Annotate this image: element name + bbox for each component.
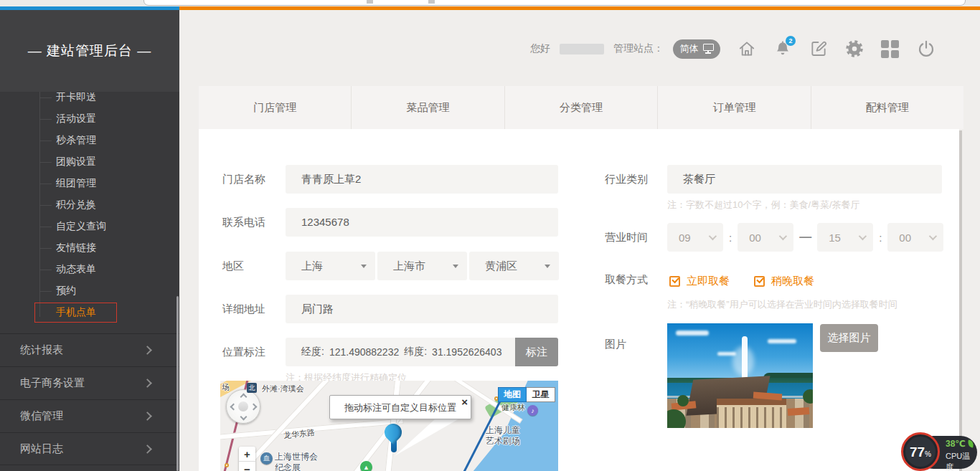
main-scrollbar-thumb[interactable] xyxy=(959,130,962,471)
map-label-fragment: 场 xyxy=(222,382,230,393)
tab-ingredient-manage[interactable]: 配料管理 xyxy=(811,86,963,129)
choose-image-button[interactable]: 选择图片 xyxy=(820,324,878,352)
phone-input[interactable]: 12345678 xyxy=(286,208,558,237)
pan-center-knob[interactable] xyxy=(238,401,248,411)
industry-input[interactable]: 茶餐厅 xyxy=(667,165,942,194)
map-type-map-button[interactable]: 地图 xyxy=(498,387,527,402)
main-panel: 门店名称 青青原上草2 联系电话 12345678 地区 上海 上海市 黄浦区 … xyxy=(199,129,959,471)
notification-badge: 2 xyxy=(786,36,796,46)
sidebar-sections: 统计报表 电子商务设置 微信管理 网站日志 xyxy=(0,333,179,465)
time-colon: : xyxy=(879,232,882,244)
tab-store-manage[interactable]: 门店管理 xyxy=(199,86,351,129)
map-tooltip: 拖动标注可自定义目标位置 × xyxy=(329,395,471,419)
map-label-theater-2: 艺术剧场 xyxy=(486,435,520,447)
tab-order-manage[interactable]: 订单管理 xyxy=(657,86,810,129)
pan-up-arrow[interactable] xyxy=(240,394,248,401)
map-widget[interactable]: 场 外滩·湾璞会 龙华东路 健康林 上海儿童 艺术剧场 上海世博会 纪念展 血 … xyxy=(220,381,558,471)
pan-left-arrow[interactable] xyxy=(230,404,237,411)
pickup-option-later[interactable]: 稍晚取餐 xyxy=(754,275,814,288)
poi-dot xyxy=(225,463,229,467)
username-redacted xyxy=(560,44,604,54)
power-icon[interactable] xyxy=(917,39,936,58)
museum-poi-icon[interactable]: 血 xyxy=(260,452,273,465)
map-type-toggle: 地图 卫星 xyxy=(498,387,555,402)
home-icon[interactable] xyxy=(738,39,756,58)
sidebar-section-wechat[interactable]: 微信管理 xyxy=(0,399,179,432)
lng-label: 经度: xyxy=(301,346,324,358)
sidebar-item-points-exchange[interactable]: 积分兑换 xyxy=(0,194,179,216)
checkbox-checked-icon[interactable] xyxy=(754,276,765,287)
tooltip-pointer xyxy=(395,419,461,456)
image-label: 图片 xyxy=(605,330,626,358)
pan-right-arrow[interactable] xyxy=(250,404,258,411)
chevron-right-icon xyxy=(143,379,152,388)
pickup-options-row: 立即取餐 稍晚取餐 xyxy=(669,275,814,288)
province-select[interactable]: 上海 xyxy=(286,252,375,280)
sidebar-item-friend-links[interactable]: 友情链接 xyxy=(0,237,179,259)
map-type-satellite-button[interactable]: 卫星 xyxy=(527,387,555,402)
checkbox-checked-icon[interactable] xyxy=(669,276,680,287)
manage-site-label: 管理站点： xyxy=(613,42,664,55)
sidebar-section-statistics[interactable]: 统计报表 xyxy=(0,333,179,366)
city-select[interactable]: 上海市 xyxy=(377,252,467,280)
pan-down-arrow[interactable] xyxy=(240,414,248,421)
leaf-icon xyxy=(967,439,974,447)
bell-icon[interactable]: 2 xyxy=(773,39,792,58)
monitor-icon xyxy=(703,44,714,54)
sidebar-item-dynamic-form[interactable]: 动态表单 xyxy=(0,259,179,280)
map-pan-control[interactable] xyxy=(226,389,260,424)
caret-down-icon xyxy=(453,265,458,268)
gear-icon[interactable] xyxy=(845,39,864,58)
close-icon[interactable]: × xyxy=(461,396,468,408)
chevron-down-icon xyxy=(779,232,787,240)
region-label: 地区 xyxy=(222,252,244,280)
location-label: 位置标注 xyxy=(222,338,265,366)
sidebar-section-sitelog[interactable]: 网站日志 xyxy=(0,432,179,465)
sidebar-item-custom-query[interactable]: 自定义查询 xyxy=(0,216,179,237)
industry-note: 注：字数不超过10个字，例：美食/粤菜/茶餐厅 xyxy=(667,199,860,211)
close-minute-select[interactable]: 00 xyxy=(887,223,943,252)
greeting-text: 您好 xyxy=(530,42,550,55)
chevron-right-icon xyxy=(143,411,152,421)
district-select[interactable]: 黄浦区 xyxy=(469,252,559,280)
browser-address-bar-bottom xyxy=(143,0,966,6)
music-poi-icon[interactable]: ♪ xyxy=(527,405,538,416)
sidebar-item-activity-settings[interactable]: 活动设置 xyxy=(0,108,179,130)
apps-grid-icon[interactable] xyxy=(881,39,900,58)
map-tooltip-text: 拖动标注可自定义目标位置 xyxy=(330,401,471,414)
tab-dish-manage[interactable]: 菜品管理 xyxy=(351,86,504,129)
cpu-temp-widget[interactable]: 77% 38℃ CPU温度 xyxy=(901,432,977,471)
sidebar-item-card-gift[interactable]: 开卡即送 xyxy=(0,92,179,108)
mark-location-button[interactable]: 标注 xyxy=(515,338,558,366)
sidebar-item-reservation[interactable]: 预约 xyxy=(0,280,179,302)
sidebar-item-flashsale[interactable]: 秒杀管理 xyxy=(0,130,179,151)
map-label-road: 龙华东路 xyxy=(283,427,315,442)
map-label-park: 健康林 xyxy=(501,402,525,413)
edit-icon[interactable] xyxy=(809,39,828,58)
language-pill-button[interactable]: 简体 xyxy=(673,39,720,59)
sidebar: — 建站管理后台 — 开卡即送 活动设置 秒杀管理 团购设置 组团管理 积分兑换… xyxy=(0,10,179,471)
sidebar-scrollbar-thumb[interactable] xyxy=(176,296,179,471)
zoom-in-button[interactable]: + xyxy=(239,447,255,462)
sidebar-section-ecommerce[interactable]: 电子商务设置 xyxy=(0,366,179,399)
zoom-out-button[interactable]: − xyxy=(239,462,255,471)
chevron-right-icon xyxy=(143,444,152,454)
lat-label: 纬度: xyxy=(404,346,427,358)
coordinates-field[interactable]: 经度: 121.490882232 纬度: 31.1952626403 xyxy=(286,338,515,366)
sidebar-item-team-manage[interactable]: 组团管理 xyxy=(0,173,179,194)
open-minute-select[interactable]: 00 xyxy=(738,223,793,252)
close-hour-select[interactable]: 15 xyxy=(817,223,873,252)
open-hour-select[interactable]: 09 xyxy=(667,223,723,252)
park-poi-icon[interactable]: ▲ xyxy=(360,461,372,471)
store-photo xyxy=(667,323,813,428)
greeting-group: 您好 管理站点： 简体 xyxy=(530,39,720,59)
map-zoom-control: + − xyxy=(239,447,255,471)
sidebar-item-groupbuy[interactable]: 团购设置 xyxy=(0,151,179,173)
tab-category-manage[interactable]: 分类管理 xyxy=(504,86,657,129)
address-input[interactable]: 局门路 xyxy=(286,295,558,323)
pickup-option-immediate[interactable]: 立即取餐 xyxy=(669,275,730,288)
store-name-input[interactable]: 青青原上草2 xyxy=(286,165,558,194)
chevron-down-icon xyxy=(709,232,717,240)
photo-front-building xyxy=(717,403,786,428)
sidebar-item-mobile-ordering[interactable]: 手机点单 xyxy=(0,302,179,323)
